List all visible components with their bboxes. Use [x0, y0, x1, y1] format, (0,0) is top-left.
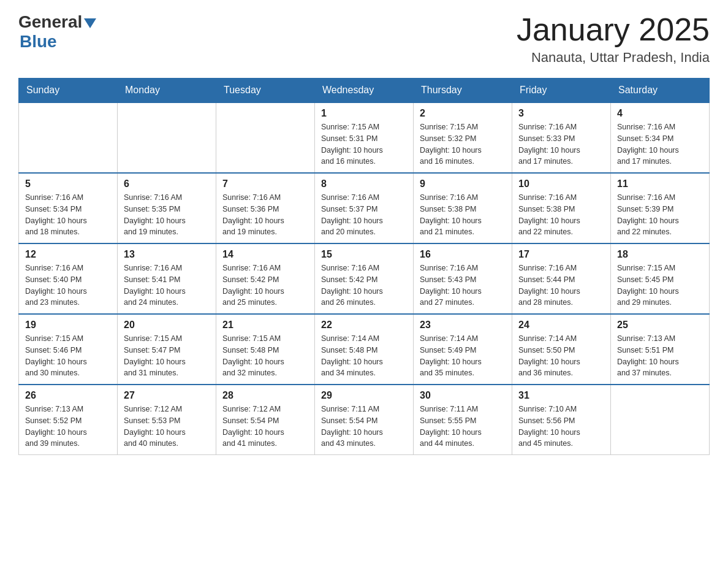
logo-general-text: General [18, 12, 82, 32]
day-number: 26 [25, 390, 111, 401]
weekday-header-sunday: Sunday [19, 79, 118, 103]
day-info: Sunrise: 7:11 AMSunset: 5:54 PMDaylight:… [321, 404, 407, 450]
calendar-cell [611, 385, 710, 455]
calendar-cell [216, 102, 315, 173]
calendar-cell: 3Sunrise: 7:16 AMSunset: 5:33 PMDaylight… [512, 102, 611, 173]
day-info: Sunrise: 7:14 AMSunset: 5:50 PMDaylight:… [518, 333, 604, 379]
day-number: 15 [321, 249, 407, 260]
calendar-cell: 24Sunrise: 7:14 AMSunset: 5:50 PMDayligh… [512, 314, 611, 385]
day-number: 1 [321, 108, 407, 119]
calendar-cell: 11Sunrise: 7:16 AMSunset: 5:39 PMDayligh… [611, 173, 710, 243]
day-number: 16 [420, 249, 506, 260]
day-number: 19 [25, 320, 111, 331]
calendar-cell: 27Sunrise: 7:12 AMSunset: 5:53 PMDayligh… [118, 385, 216, 455]
calendar-cell: 19Sunrise: 7:15 AMSunset: 5:46 PMDayligh… [19, 314, 118, 385]
day-number: 20 [124, 320, 210, 331]
calendar-cell: 30Sunrise: 7:11 AMSunset: 5:55 PMDayligh… [414, 385, 512, 455]
calendar-cell: 28Sunrise: 7:12 AMSunset: 5:54 PMDayligh… [216, 385, 315, 455]
calendar-cell: 12Sunrise: 7:16 AMSunset: 5:40 PMDayligh… [19, 243, 118, 314]
day-info: Sunrise: 7:13 AMSunset: 5:52 PMDaylight:… [25, 404, 111, 450]
day-number: 27 [124, 390, 210, 401]
calendar-cell: 29Sunrise: 7:11 AMSunset: 5:54 PMDayligh… [315, 385, 414, 455]
day-number: 18 [617, 249, 703, 260]
day-info: Sunrise: 7:16 AMSunset: 5:34 PMDaylight:… [617, 121, 703, 167]
calendar-cell: 15Sunrise: 7:16 AMSunset: 5:42 PMDayligh… [315, 243, 414, 314]
day-number: 3 [518, 108, 604, 119]
day-number: 28 [222, 390, 308, 401]
calendar-cell: 23Sunrise: 7:14 AMSunset: 5:49 PMDayligh… [414, 314, 512, 385]
day-number: 10 [518, 178, 604, 190]
day-info: Sunrise: 7:16 AMSunset: 5:41 PMDaylight:… [124, 262, 210, 308]
day-number: 17 [518, 249, 604, 260]
day-info: Sunrise: 7:14 AMSunset: 5:49 PMDaylight:… [420, 333, 506, 379]
calendar-cell: 13Sunrise: 7:16 AMSunset: 5:41 PMDayligh… [118, 243, 216, 314]
day-number: 23 [420, 320, 506, 331]
calendar-cell: 16Sunrise: 7:16 AMSunset: 5:43 PMDayligh… [414, 243, 512, 314]
weekday-header-friday: Friday [512, 79, 611, 103]
calendar-table: SundayMondayTuesdayWednesdayThursdayFrid… [18, 78, 710, 455]
day-info: Sunrise: 7:15 AMSunset: 5:47 PMDaylight:… [124, 333, 210, 379]
day-info: Sunrise: 7:16 AMSunset: 5:37 PMDaylight:… [321, 192, 407, 238]
day-number: 30 [420, 390, 506, 401]
calendar-week-row: 1Sunrise: 7:15 AMSunset: 5:31 PMDaylight… [19, 102, 710, 173]
weekday-header-thursday: Thursday [414, 79, 512, 103]
calendar-cell: 14Sunrise: 7:16 AMSunset: 5:42 PMDayligh… [216, 243, 315, 314]
day-number: 31 [518, 390, 604, 401]
calendar-cell: 31Sunrise: 7:10 AMSunset: 5:56 PMDayligh… [512, 385, 611, 455]
weekday-header-tuesday: Tuesday [216, 79, 315, 103]
day-number: 7 [222, 178, 308, 190]
day-info: Sunrise: 7:16 AMSunset: 5:33 PMDaylight:… [518, 121, 604, 167]
day-number: 11 [617, 178, 703, 190]
calendar-cell: 21Sunrise: 7:15 AMSunset: 5:48 PMDayligh… [216, 314, 315, 385]
day-info: Sunrise: 7:16 AMSunset: 5:38 PMDaylight:… [420, 192, 506, 238]
page-header: General Blue January 2025 Nanauta, Uttar… [18, 12, 710, 66]
day-info: Sunrise: 7:16 AMSunset: 5:35 PMDaylight:… [124, 192, 210, 238]
calendar-week-row: 5Sunrise: 7:16 AMSunset: 5:34 PMDaylight… [19, 173, 710, 243]
day-info: Sunrise: 7:10 AMSunset: 5:56 PMDaylight:… [518, 404, 604, 450]
day-info: Sunrise: 7:16 AMSunset: 5:40 PMDaylight:… [25, 262, 111, 308]
day-info: Sunrise: 7:16 AMSunset: 5:42 PMDaylight:… [222, 262, 308, 308]
calendar-cell: 4Sunrise: 7:16 AMSunset: 5:34 PMDaylight… [611, 102, 710, 173]
calendar-cell: 18Sunrise: 7:15 AMSunset: 5:45 PMDayligh… [611, 243, 710, 314]
calendar-cell: 25Sunrise: 7:13 AMSunset: 5:51 PMDayligh… [611, 314, 710, 385]
day-info: Sunrise: 7:15 AMSunset: 5:46 PMDaylight:… [25, 333, 111, 379]
weekday-header-wednesday: Wednesday [315, 79, 414, 103]
calendar-cell [118, 102, 216, 173]
day-info: Sunrise: 7:16 AMSunset: 5:38 PMDaylight:… [518, 192, 604, 238]
day-info: Sunrise: 7:15 AMSunset: 5:45 PMDaylight:… [617, 262, 703, 308]
day-info: Sunrise: 7:16 AMSunset: 5:39 PMDaylight:… [617, 192, 703, 238]
day-info: Sunrise: 7:16 AMSunset: 5:44 PMDaylight:… [518, 262, 604, 308]
day-info: Sunrise: 7:15 AMSunset: 5:48 PMDaylight:… [222, 333, 308, 379]
calendar-cell: 7Sunrise: 7:16 AMSunset: 5:36 PMDaylight… [216, 173, 315, 243]
logo: General Blue [18, 12, 96, 52]
day-number: 6 [124, 178, 210, 190]
calendar-cell: 20Sunrise: 7:15 AMSunset: 5:47 PMDayligh… [118, 314, 216, 385]
logo-arrow-icon [84, 18, 96, 28]
calendar-cell: 2Sunrise: 7:15 AMSunset: 5:32 PMDaylight… [414, 102, 512, 173]
calendar-cell: 5Sunrise: 7:16 AMSunset: 5:34 PMDaylight… [19, 173, 118, 243]
calendar-cell: 8Sunrise: 7:16 AMSunset: 5:37 PMDaylight… [315, 173, 414, 243]
day-number: 29 [321, 390, 407, 401]
month-title: January 2025 [517, 12, 710, 47]
day-info: Sunrise: 7:16 AMSunset: 5:34 PMDaylight:… [25, 192, 111, 238]
day-number: 4 [617, 108, 703, 119]
location-title: Nanauta, Uttar Pradesh, India [517, 50, 710, 66]
day-info: Sunrise: 7:11 AMSunset: 5:55 PMDaylight:… [420, 404, 506, 450]
day-number: 5 [25, 178, 111, 190]
day-number: 21 [222, 320, 308, 331]
day-number: 2 [420, 108, 506, 119]
calendar-cell: 9Sunrise: 7:16 AMSunset: 5:38 PMDaylight… [414, 173, 512, 243]
day-info: Sunrise: 7:16 AMSunset: 5:42 PMDaylight:… [321, 262, 407, 308]
calendar-week-row: 12Sunrise: 7:16 AMSunset: 5:40 PMDayligh… [19, 243, 710, 314]
day-number: 24 [518, 320, 604, 331]
day-info: Sunrise: 7:14 AMSunset: 5:48 PMDaylight:… [321, 333, 407, 379]
calendar-cell: 10Sunrise: 7:16 AMSunset: 5:38 PMDayligh… [512, 173, 611, 243]
day-info: Sunrise: 7:15 AMSunset: 5:31 PMDaylight:… [321, 121, 407, 167]
calendar-week-row: 19Sunrise: 7:15 AMSunset: 5:46 PMDayligh… [19, 314, 710, 385]
day-info: Sunrise: 7:12 AMSunset: 5:53 PMDaylight:… [124, 404, 210, 450]
day-number: 8 [321, 178, 407, 190]
calendar-cell: 22Sunrise: 7:14 AMSunset: 5:48 PMDayligh… [315, 314, 414, 385]
title-section: January 2025 Nanauta, Uttar Pradesh, Ind… [517, 12, 710, 66]
calendar-cell [19, 102, 118, 173]
logo-blue-text: Blue [20, 32, 57, 52]
